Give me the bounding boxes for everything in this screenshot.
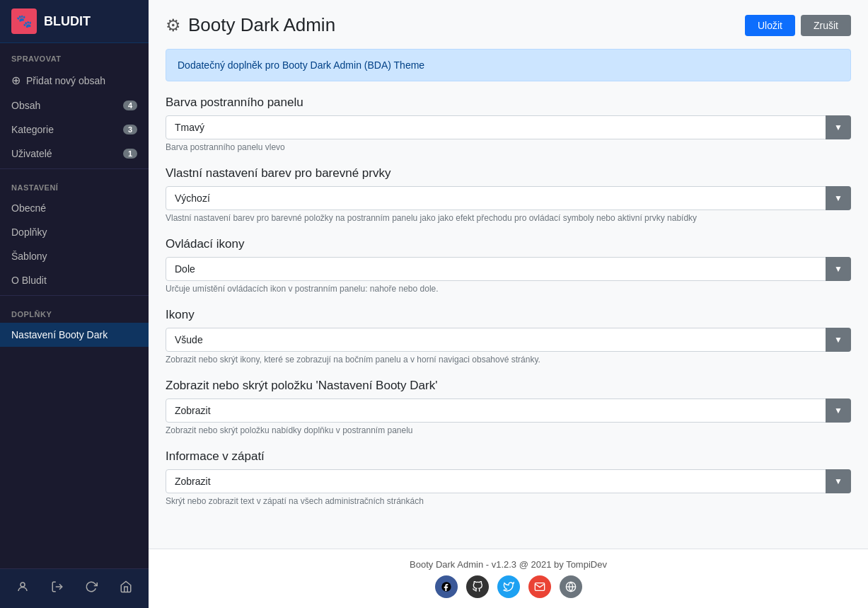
- sablony-label: Šablony: [11, 251, 47, 262]
- footer-twitter-icon[interactable]: [497, 575, 520, 598]
- sidebar-item-obludit[interactable]: O Bludit: [0, 268, 149, 292]
- form-hint-barva-postranniho-panelu: Barva postranního panelu vlevo: [166, 142, 851, 152]
- logo-icon: 🐾: [11, 8, 37, 34]
- select-ovladaci-ikony[interactable]: DoleNahoře: [166, 257, 851, 281]
- add-icon: ⊕: [11, 74, 21, 87]
- info-banner-text: Dodatečný doplněk pro Booty Dark Admin (…: [178, 59, 424, 71]
- form-hint-ikony: Zobrazit nebo skrýt ikony, které se zobr…: [166, 355, 851, 365]
- footer-facebook-icon[interactable]: [435, 575, 458, 598]
- uzivatele-badge: 1: [123, 149, 137, 159]
- select-vlastni-nastaveni-barev[interactable]: Výchozí: [166, 186, 851, 210]
- home-icon[interactable]: [117, 578, 135, 600]
- section-title-ikony: Ikony: [166, 308, 851, 322]
- sidebar-item-obsah[interactable]: Obsah 4: [0, 93, 149, 117]
- select-ikony[interactable]: VšudeSkrýt: [166, 328, 851, 352]
- form-hint-vlastni-nastaveni-barev: Vlastní nastavení barev pro barevné polo…: [166, 213, 851, 223]
- sidebar-item-obecne[interactable]: Obecné: [0, 196, 149, 220]
- obsah-label: Obsah: [11, 100, 40, 111]
- obludit-label: O Bludit: [11, 275, 47, 286]
- select-wrapper-vlastni-nastaveni-barev: Výchozí▼: [166, 186, 851, 210]
- sidebar: 🐾 BLUDIT Spravovat ⊕ Přidat nový obsah O…: [0, 0, 149, 608]
- form-hint-informace-v-zapati: Skrýt nebo zobrazit text v zápatí na vše…: [166, 496, 851, 506]
- kategorie-label: Kategorie: [11, 124, 54, 135]
- select-wrapper-informace-v-zapati: ZobrazitSkrýt▼: [166, 469, 851, 493]
- select-wrapper-barva-postranniho-panelu: TmavýSvětlý▼: [166, 115, 851, 139]
- footer-github-icon[interactable]: [466, 575, 489, 598]
- settings-form: Barva postranního paneluTmavýSvětlý▼Barv…: [166, 96, 851, 506]
- sidebar-item-nastaveni-booty-dark[interactable]: Nastavení Booty Dark: [0, 323, 149, 347]
- section-title-vlastni-nastaveni-barev: Vlastní nastavení barev pro barevné prvk…: [166, 166, 851, 180]
- footer-social-icons: [166, 575, 851, 598]
- form-section-ikony: IkonyVšudeSkrýt▼Zobrazit nebo skrýt ikon…: [166, 308, 851, 365]
- addons-section-label: Doplňky: [0, 299, 149, 323]
- page-header: ⚙ Booty Dark Admin Uložit Zrušit: [166, 14, 851, 36]
- sidebar-item-doplnky[interactable]: Doplňky: [0, 220, 149, 244]
- settings-section-label: Nastavení: [0, 172, 149, 196]
- info-banner: Dodatečný doplněk pro Booty Dark Admin (…: [166, 49, 851, 81]
- save-button[interactable]: Uložit: [745, 15, 795, 36]
- logout-icon[interactable]: [48, 578, 66, 600]
- footer-email-icon[interactable]: [528, 575, 551, 598]
- section-title-informace-v-zapati: Informace v zápatí: [166, 449, 851, 464]
- footer-text: Booty Dark Admin - v1.2.3 @ 2021 by Tomp…: [166, 559, 851, 570]
- obecne-label: Obecné: [11, 202, 46, 214]
- form-section-ovladaci-ikony: Ovládací ikonyDoleNahoře▼Určuje umístění…: [166, 237, 851, 294]
- doplnky-label: Doplňky: [11, 226, 47, 238]
- sidebar-divider-2: [0, 295, 149, 296]
- select-wrapper-ovladaci-ikony: DoleNahoře▼: [166, 257, 851, 281]
- refresh-icon[interactable]: [82, 578, 100, 600]
- section-title-ovladaci-ikony: Ovládací ikony: [166, 237, 851, 251]
- sidebar-item-sablony[interactable]: Šablony: [0, 244, 149, 268]
- user-icon[interactable]: [13, 578, 32, 600]
- logo-text: BLUDIT: [44, 14, 91, 29]
- select-zobrazit-polozku-nastaveni[interactable]: ZobrazitSkrýt: [166, 398, 851, 423]
- header-buttons: Uložit Zrušit: [745, 15, 851, 36]
- select-wrapper-zobrazit-polozku-nastaveni: ZobrazitSkrýt▼: [166, 398, 851, 423]
- form-hint-zobrazit-polozku-nastaveni: Zobrazit nebo skrýt položku nabídky dopl…: [166, 425, 851, 435]
- form-section-barva-postranniho-panelu: Barva postranního paneluTmavýSvětlý▼Barv…: [166, 96, 851, 152]
- uzivatele-label: Uživatelé: [11, 148, 52, 159]
- main-footer: Booty Dark Admin - v1.2.3 @ 2021 by Tomp…: [149, 549, 868, 608]
- form-section-informace-v-zapati: Informace v zápatíZobrazitSkrýt▼Skrýt ne…: [166, 449, 851, 506]
- sidebar-logo: 🐾 BLUDIT: [0, 0, 149, 43]
- footer-globe-icon[interactable]: [560, 575, 582, 598]
- sidebar-divider-1: [0, 168, 149, 169]
- section-title-barva-postranniho-panelu: Barva postranního panelu: [166, 96, 851, 110]
- svg-point-0: [21, 583, 25, 587]
- main-content-area: ⚙ Booty Dark Admin Uložit Zrušit Dodateč…: [149, 0, 868, 608]
- page-title-text: Booty Dark Admin: [188, 14, 335, 36]
- obsah-badge: 4: [123, 101, 137, 110]
- section-title-zobrazit-polozku-nastaveni: Zobrazit nebo skrýt položku 'Nastavení B…: [166, 379, 851, 393]
- sidebar-item-kategorie[interactable]: Kategorie 3: [0, 117, 149, 142]
- form-section-vlastni-nastaveni-barev: Vlastní nastavení barev pro barevné prvk…: [166, 166, 851, 223]
- settings-gear-icon: ⚙: [166, 16, 181, 35]
- add-content-label: Přidat nový obsah: [26, 75, 105, 86]
- select-wrapper-ikony: VšudeSkrýt▼: [166, 328, 851, 352]
- form-section-zobrazit-polozku-nastaveni: Zobrazit nebo skrýt položku 'Nastavení B…: [166, 379, 851, 435]
- add-content-item[interactable]: ⊕ Přidat nový obsah: [0, 67, 149, 93]
- sidebar-item-uzivatele[interactable]: Uživatelé 1: [0, 142, 149, 166]
- nastaveni-booty-dark-label: Nastavení Booty Dark: [11, 329, 108, 340]
- sidebar-footer: [0, 568, 149, 608]
- form-hint-ovladaci-ikony: Určuje umístění ovládacích ikon v postra…: [166, 284, 851, 294]
- kategorie-badge: 3: [123, 125, 137, 134]
- cancel-button[interactable]: Zrušit: [801, 15, 851, 36]
- manage-section-label: Spravovat: [0, 43, 149, 67]
- select-informace-v-zapati[interactable]: ZobrazitSkrýt: [166, 469, 851, 493]
- page-title: ⚙ Booty Dark Admin: [166, 14, 335, 36]
- select-barva-postranniho-panelu[interactable]: TmavýSvětlý: [166, 115, 851, 139]
